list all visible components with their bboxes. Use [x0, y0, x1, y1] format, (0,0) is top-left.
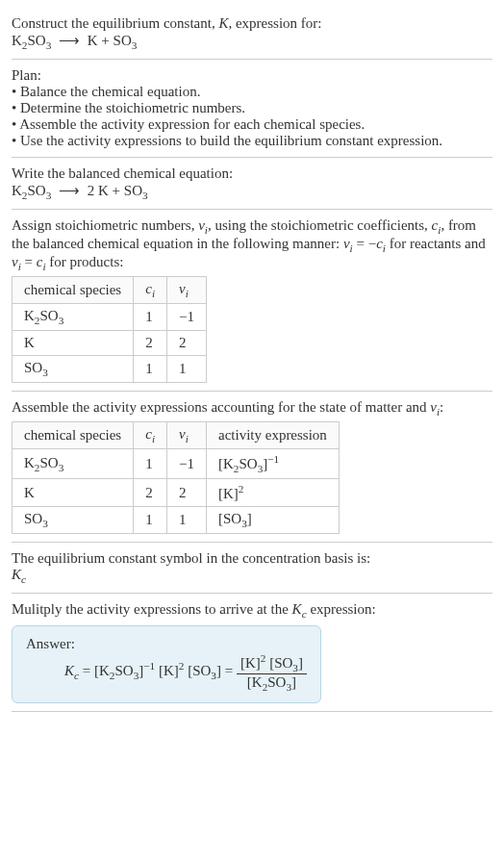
symbol-section: The equilibrium constant symbol in the c… — [12, 543, 492, 594]
stoich-text: Assign stoichiometric numbers, νi, using… — [12, 217, 492, 272]
cell-v: 1 — [167, 507, 207, 534]
cell-v: 2 — [167, 479, 207, 507]
n1: [K] — [240, 655, 261, 671]
intro-text: Construct the equilibrium constant, K, e… — [12, 15, 492, 32]
sp-so: SO — [24, 360, 42, 375]
a6: −1 — [267, 453, 279, 465]
eq-rhs-sub: 3 — [132, 39, 138, 51]
balanced-text: Write the balanced chemical equation: — [12, 165, 492, 182]
stoich-table: chemical species ci νi K2SO3 1 −1 K 2 2 … — [12, 276, 207, 383]
th-c: c — [145, 426, 152, 442]
stoich-section: Assign stoichiometric numbers, νi, using… — [12, 210, 492, 392]
a3: ] — [247, 511, 252, 526]
th-v: ν — [179, 426, 186, 442]
sp-3: 3 — [42, 367, 48, 378]
bal-rhs-sub: 3 — [142, 190, 148, 201]
plan-bullet-2: • Determine the stoichiometric numbers. — [12, 100, 492, 116]
d1: [K — [247, 674, 263, 690]
cell-v: 2 — [167, 331, 207, 356]
sp-3: 3 — [59, 462, 64, 473]
symbol-text: The equilibrium constant symbol in the c… — [12, 550, 492, 567]
cell-species: K — [13, 479, 134, 507]
cell-species: SO3 — [13, 507, 134, 534]
intro-text-2: , expression for: — [228, 15, 321, 31]
table-row: K 2 2 [K]2 — [13, 479, 340, 507]
answer-box: Answer: Kc = [K2SO3]−1 [K]2 [SO3] = [K]2… — [12, 625, 321, 703]
sp-so: SO — [39, 455, 58, 470]
table-row: SO3 1 1 — [13, 356, 207, 383]
final-section: Mulitply the activity expressions to arr… — [12, 594, 492, 712]
th-vi: νi — [167, 277, 207, 304]
eq-so: SO — [27, 33, 45, 48]
balanced-section: Write the balanced chemical equation: K2… — [12, 158, 492, 210]
table-row: SO3 1 1 [SO3] — [13, 507, 340, 534]
n3: [SO — [265, 655, 292, 671]
eq-sub-3: 3 — [46, 39, 52, 51]
th-ci: ci — [134, 422, 167, 449]
cell-species: K2SO3 — [13, 449, 134, 479]
intro-K: K — [218, 15, 228, 31]
kc-c: c — [21, 573, 26, 585]
sp-k: K — [24, 308, 35, 323]
fin-t1: Mulitply the activity expressions to arr… — [12, 601, 292, 617]
a3: SO — [239, 456, 257, 471]
th-c-i: i — [152, 433, 155, 444]
answer-equation: Kc = [K2SO3]−1 [K]2 [SO3] = [K]2 [SO3][K… — [64, 652, 307, 693]
act-t2: : — [440, 399, 443, 415]
balanced-equation: K2SO3 ⟶ 2 K + SO3 — [12, 182, 492, 201]
ans-e7: [K] — [155, 663, 179, 678]
cell-species: K2SO3 — [13, 304, 134, 331]
a1: [SO — [218, 511, 241, 526]
sp-k: K — [24, 455, 35, 470]
st-t1: Assign stoichiometric numbers, — [12, 217, 198, 233]
st-e2a: ν — [12, 254, 18, 269]
st-e1b: = − — [353, 236, 376, 251]
cell-species: SO3 — [13, 356, 134, 383]
table-row: chemical species ci νi activity expressi… — [13, 422, 340, 449]
final-text: Mulitply the activity expressions to arr… — [12, 601, 492, 620]
st-e1c: c — [376, 236, 383, 251]
st-e1a: ν — [343, 236, 350, 251]
intro-text-1: Construct the equilibrium constant, — [12, 15, 218, 31]
cell-v: −1 — [167, 449, 207, 479]
intro-equation: K2SO3 ⟶ K + SO3 — [12, 32, 492, 51]
a1: [K — [218, 456, 234, 471]
bal-so: SO — [27, 183, 45, 198]
fin-t2: expression: — [307, 601, 376, 617]
sp-so: SO — [24, 511, 42, 526]
ans-e1: = [K — [79, 663, 110, 678]
bal-k: K — [12, 183, 22, 198]
cell-c: 1 — [134, 507, 167, 534]
cell-v: 1 — [167, 356, 207, 383]
th-c-i: i — [152, 288, 155, 299]
cell-c: 1 — [134, 356, 167, 383]
cell-c: 2 — [134, 479, 167, 507]
plan-bullet-3: • Assemble the activity expression for e… — [12, 116, 492, 133]
st-t5: for products: — [46, 254, 124, 269]
table-row: chemical species ci νi — [13, 277, 207, 304]
plan-bullet-1: • Balance the chemical equation. — [12, 84, 492, 100]
st-t4: for reactants and — [386, 236, 486, 251]
cell-activity: [K]2 — [206, 479, 339, 507]
n5: ] — [298, 655, 303, 671]
d3: SO — [267, 674, 286, 690]
table-row: K2SO3 1 −1 [K2SO3]−1 — [13, 449, 340, 479]
act-nu: ν — [430, 399, 437, 415]
th-v-i: i — [186, 288, 189, 299]
th-ci: ci — [134, 277, 167, 304]
th-activity: activity expression — [206, 422, 339, 449]
arrow-icon: ⟶ — [55, 183, 84, 198]
numerator: [K]2 [SO3] — [237, 652, 307, 674]
ans-k: K — [64, 663, 74, 678]
activity-section: Assemble the activity expressions accoun… — [12, 392, 492, 543]
eq-rhs: K + SO — [88, 33, 132, 48]
ans-e11: ] = — [216, 663, 237, 678]
cell-c: 1 — [134, 449, 167, 479]
bal-rhs: 2 K + SO — [88, 183, 142, 198]
symbol-kc: Kc — [12, 567, 492, 585]
cell-c: 2 — [134, 331, 167, 356]
sp-so: SO — [39, 308, 58, 323]
st-t2: , using the stoichiometric coefficients, — [208, 217, 432, 233]
kc-k: K — [12, 567, 21, 582]
activity-text: Assemble the activity expressions accoun… — [12, 399, 492, 418]
